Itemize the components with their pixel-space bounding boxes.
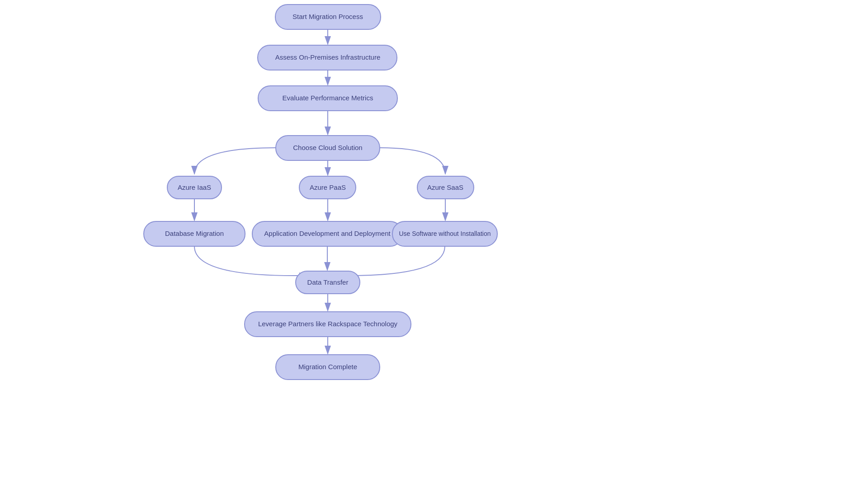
leverage-node-label: Leverage Partners like Rackspace Technol… — [258, 320, 398, 328]
complete-node-label: Migration Complete — [298, 363, 357, 371]
evaluate-node-label: Evaluate Performance Metrics — [283, 94, 373, 102]
saas-node-label: Azure SaaS — [427, 183, 463, 191]
paas-node-label: Azure PaaS — [310, 183, 346, 191]
choose-node-label: Choose Cloud Solution — [293, 144, 362, 151]
flowchart-svg: Start Migration Process Assess On-Premis… — [0, 0, 868, 488]
appdev-node-label: Application Development and Deployment — [264, 230, 391, 237]
software-node-label: Use Software without Installation — [399, 230, 491, 237]
diagram-container: Start Migration Process Assess On-Premis… — [0, 0, 868, 488]
dbmig-node-label: Database Migration — [165, 230, 224, 237]
assess-node-label: Assess On-Premises Infrastructure — [275, 53, 381, 61]
start-node-label: Start Migration Process — [292, 13, 363, 20]
transfer-node-label: Data Transfer — [307, 278, 349, 286]
iaas-node-label: Azure IaaS — [178, 183, 211, 191]
